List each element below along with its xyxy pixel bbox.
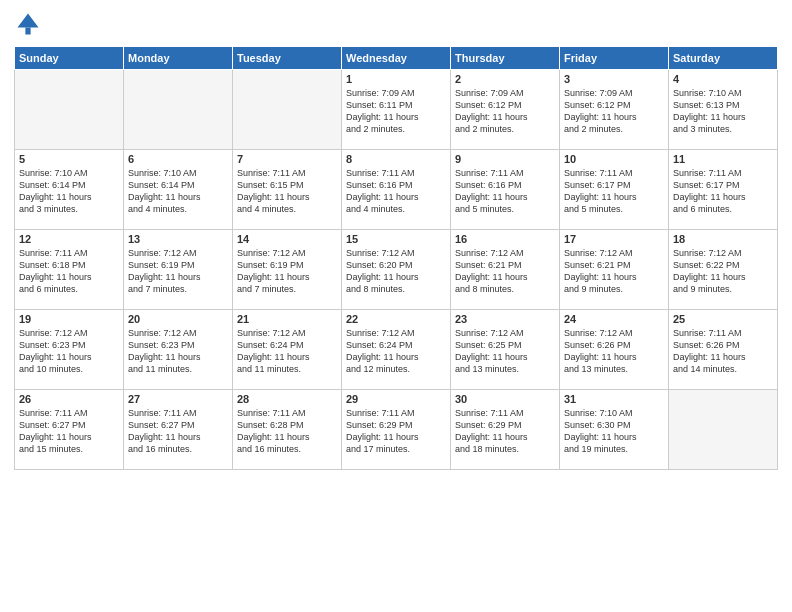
day-cell: 24Sunrise: 7:12 AM Sunset: 6:26 PM Dayli… bbox=[560, 310, 669, 390]
day-cell: 16Sunrise: 7:12 AM Sunset: 6:21 PM Dayli… bbox=[451, 230, 560, 310]
day-number: 31 bbox=[564, 393, 664, 405]
day-number: 6 bbox=[128, 153, 228, 165]
day-cell: 25Sunrise: 7:11 AM Sunset: 6:26 PM Dayli… bbox=[669, 310, 778, 390]
day-cell: 3Sunrise: 7:09 AM Sunset: 6:12 PM Daylig… bbox=[560, 70, 669, 150]
day-info: Sunrise: 7:11 AM Sunset: 6:16 PM Dayligh… bbox=[346, 167, 446, 216]
day-info: Sunrise: 7:12 AM Sunset: 6:19 PM Dayligh… bbox=[237, 247, 337, 296]
day-number: 24 bbox=[564, 313, 664, 325]
day-number: 27 bbox=[128, 393, 228, 405]
day-cell: 5Sunrise: 7:10 AM Sunset: 6:14 PM Daylig… bbox=[15, 150, 124, 230]
day-cell: 9Sunrise: 7:11 AM Sunset: 6:16 PM Daylig… bbox=[451, 150, 560, 230]
day-cell: 6Sunrise: 7:10 AM Sunset: 6:14 PM Daylig… bbox=[124, 150, 233, 230]
day-info: Sunrise: 7:11 AM Sunset: 6:29 PM Dayligh… bbox=[346, 407, 446, 456]
day-cell: 28Sunrise: 7:11 AM Sunset: 6:28 PM Dayli… bbox=[233, 390, 342, 470]
day-info: Sunrise: 7:11 AM Sunset: 6:27 PM Dayligh… bbox=[19, 407, 119, 456]
day-cell bbox=[233, 70, 342, 150]
day-cell: 8Sunrise: 7:11 AM Sunset: 6:16 PM Daylig… bbox=[342, 150, 451, 230]
day-info: Sunrise: 7:10 AM Sunset: 6:14 PM Dayligh… bbox=[128, 167, 228, 216]
week-row-2: 5Sunrise: 7:10 AM Sunset: 6:14 PM Daylig… bbox=[15, 150, 778, 230]
day-number: 17 bbox=[564, 233, 664, 245]
day-info: Sunrise: 7:12 AM Sunset: 6:23 PM Dayligh… bbox=[128, 327, 228, 376]
day-number: 4 bbox=[673, 73, 773, 85]
weekday-monday: Monday bbox=[124, 47, 233, 70]
day-info: Sunrise: 7:12 AM Sunset: 6:19 PM Dayligh… bbox=[128, 247, 228, 296]
weekday-sunday: Sunday bbox=[15, 47, 124, 70]
day-info: Sunrise: 7:10 AM Sunset: 6:13 PM Dayligh… bbox=[673, 87, 773, 136]
day-info: Sunrise: 7:11 AM Sunset: 6:17 PM Dayligh… bbox=[673, 167, 773, 216]
day-number: 18 bbox=[673, 233, 773, 245]
day-cell: 1Sunrise: 7:09 AM Sunset: 6:11 PM Daylig… bbox=[342, 70, 451, 150]
day-info: Sunrise: 7:11 AM Sunset: 6:16 PM Dayligh… bbox=[455, 167, 555, 216]
day-info: Sunrise: 7:12 AM Sunset: 6:25 PM Dayligh… bbox=[455, 327, 555, 376]
day-number: 16 bbox=[455, 233, 555, 245]
day-cell: 11Sunrise: 7:11 AM Sunset: 6:17 PM Dayli… bbox=[669, 150, 778, 230]
day-info: Sunrise: 7:12 AM Sunset: 6:24 PM Dayligh… bbox=[346, 327, 446, 376]
day-cell: 26Sunrise: 7:11 AM Sunset: 6:27 PM Dayli… bbox=[15, 390, 124, 470]
day-info: Sunrise: 7:11 AM Sunset: 6:17 PM Dayligh… bbox=[564, 167, 664, 216]
day-cell: 19Sunrise: 7:12 AM Sunset: 6:23 PM Dayli… bbox=[15, 310, 124, 390]
day-info: Sunrise: 7:11 AM Sunset: 6:26 PM Dayligh… bbox=[673, 327, 773, 376]
day-info: Sunrise: 7:12 AM Sunset: 6:20 PM Dayligh… bbox=[346, 247, 446, 296]
weekday-friday: Friday bbox=[560, 47, 669, 70]
day-number: 20 bbox=[128, 313, 228, 325]
weekday-header-row: SundayMondayTuesdayWednesdayThursdayFrid… bbox=[15, 47, 778, 70]
day-number: 9 bbox=[455, 153, 555, 165]
day-info: Sunrise: 7:12 AM Sunset: 6:24 PM Dayligh… bbox=[237, 327, 337, 376]
page: SundayMondayTuesdayWednesdayThursdayFrid… bbox=[0, 0, 792, 612]
day-number: 25 bbox=[673, 313, 773, 325]
day-info: Sunrise: 7:11 AM Sunset: 6:15 PM Dayligh… bbox=[237, 167, 337, 216]
day-number: 11 bbox=[673, 153, 773, 165]
day-info: Sunrise: 7:12 AM Sunset: 6:23 PM Dayligh… bbox=[19, 327, 119, 376]
day-cell: 20Sunrise: 7:12 AM Sunset: 6:23 PM Dayli… bbox=[124, 310, 233, 390]
day-number: 7 bbox=[237, 153, 337, 165]
day-cell: 4Sunrise: 7:10 AM Sunset: 6:13 PM Daylig… bbox=[669, 70, 778, 150]
weekday-saturday: Saturday bbox=[669, 47, 778, 70]
day-number: 23 bbox=[455, 313, 555, 325]
weekday-tuesday: Tuesday bbox=[233, 47, 342, 70]
day-cell: 13Sunrise: 7:12 AM Sunset: 6:19 PM Dayli… bbox=[124, 230, 233, 310]
day-info: Sunrise: 7:11 AM Sunset: 6:27 PM Dayligh… bbox=[128, 407, 228, 456]
day-info: Sunrise: 7:11 AM Sunset: 6:18 PM Dayligh… bbox=[19, 247, 119, 296]
day-number: 1 bbox=[346, 73, 446, 85]
day-number: 2 bbox=[455, 73, 555, 85]
day-number: 21 bbox=[237, 313, 337, 325]
calendar-table: SundayMondayTuesdayWednesdayThursdayFrid… bbox=[14, 46, 778, 470]
day-number: 3 bbox=[564, 73, 664, 85]
day-number: 19 bbox=[19, 313, 119, 325]
day-number: 30 bbox=[455, 393, 555, 405]
day-cell: 30Sunrise: 7:11 AM Sunset: 6:29 PM Dayli… bbox=[451, 390, 560, 470]
day-cell: 21Sunrise: 7:12 AM Sunset: 6:24 PM Dayli… bbox=[233, 310, 342, 390]
day-number: 13 bbox=[128, 233, 228, 245]
day-cell: 23Sunrise: 7:12 AM Sunset: 6:25 PM Dayli… bbox=[451, 310, 560, 390]
day-cell: 15Sunrise: 7:12 AM Sunset: 6:20 PM Dayli… bbox=[342, 230, 451, 310]
day-cell: 12Sunrise: 7:11 AM Sunset: 6:18 PM Dayli… bbox=[15, 230, 124, 310]
day-info: Sunrise: 7:09 AM Sunset: 6:12 PM Dayligh… bbox=[564, 87, 664, 136]
svg-rect-1 bbox=[25, 28, 30, 35]
day-number: 5 bbox=[19, 153, 119, 165]
day-cell: 2Sunrise: 7:09 AM Sunset: 6:12 PM Daylig… bbox=[451, 70, 560, 150]
day-info: Sunrise: 7:10 AM Sunset: 6:30 PM Dayligh… bbox=[564, 407, 664, 456]
svg-marker-0 bbox=[18, 14, 39, 28]
week-row-5: 26Sunrise: 7:11 AM Sunset: 6:27 PM Dayli… bbox=[15, 390, 778, 470]
day-number: 22 bbox=[346, 313, 446, 325]
day-cell: 7Sunrise: 7:11 AM Sunset: 6:15 PM Daylig… bbox=[233, 150, 342, 230]
day-number: 10 bbox=[564, 153, 664, 165]
day-info: Sunrise: 7:12 AM Sunset: 6:21 PM Dayligh… bbox=[455, 247, 555, 296]
week-row-3: 12Sunrise: 7:11 AM Sunset: 6:18 PM Dayli… bbox=[15, 230, 778, 310]
day-cell bbox=[124, 70, 233, 150]
weekday-thursday: Thursday bbox=[451, 47, 560, 70]
day-number: 29 bbox=[346, 393, 446, 405]
day-number: 15 bbox=[346, 233, 446, 245]
day-info: Sunrise: 7:12 AM Sunset: 6:26 PM Dayligh… bbox=[564, 327, 664, 376]
day-info: Sunrise: 7:12 AM Sunset: 6:22 PM Dayligh… bbox=[673, 247, 773, 296]
day-info: Sunrise: 7:11 AM Sunset: 6:28 PM Dayligh… bbox=[237, 407, 337, 456]
day-cell: 17Sunrise: 7:12 AM Sunset: 6:21 PM Dayli… bbox=[560, 230, 669, 310]
day-cell bbox=[15, 70, 124, 150]
day-cell: 29Sunrise: 7:11 AM Sunset: 6:29 PM Dayli… bbox=[342, 390, 451, 470]
day-number: 12 bbox=[19, 233, 119, 245]
header bbox=[14, 10, 778, 38]
day-info: Sunrise: 7:10 AM Sunset: 6:14 PM Dayligh… bbox=[19, 167, 119, 216]
weekday-wednesday: Wednesday bbox=[342, 47, 451, 70]
week-row-1: 1Sunrise: 7:09 AM Sunset: 6:11 PM Daylig… bbox=[15, 70, 778, 150]
day-cell bbox=[669, 390, 778, 470]
